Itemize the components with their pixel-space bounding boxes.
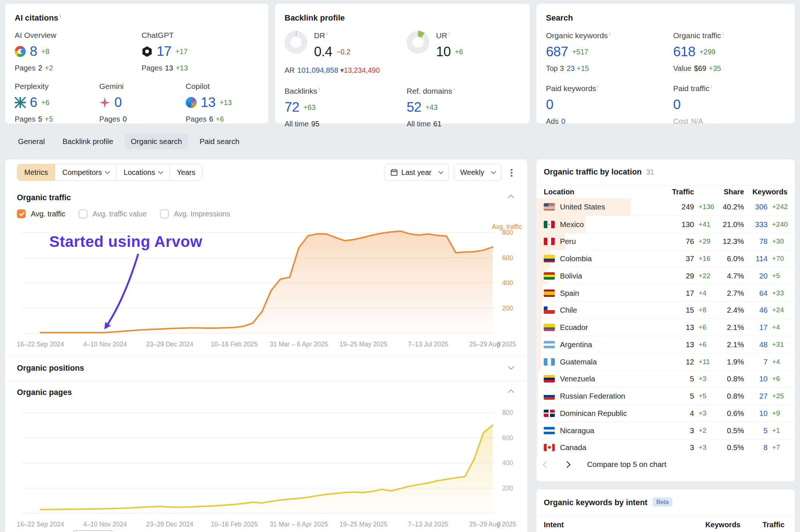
svg-text:4–10 Nov 2024: 4–10 Nov 2024 xyxy=(83,521,127,528)
svg-text:31 Mar – 6 Apr 2025: 31 Mar – 6 Apr 2025 xyxy=(270,521,328,528)
intent-panel-title: Organic keywords by intentBeta xyxy=(544,497,672,507)
traffic-value: 37 xyxy=(663,254,694,263)
traffic-value: 249 xyxy=(663,202,694,211)
svg-text:4–10 Nov 2024: 4–10 Nov 2024 xyxy=(83,341,127,348)
svg-text:25–29 Aug 2025: 25–29 Aug 2025 xyxy=(469,341,516,348)
traffic-delta: +11 xyxy=(694,358,716,366)
tab-organic-search[interactable]: Organic search xyxy=(125,134,188,149)
svg-text:23–29 Dec 2024: 23–29 Dec 2024 xyxy=(146,521,193,528)
info-icon xyxy=(452,87,455,95)
keywords-value[interactable]: 20 xyxy=(744,272,768,280)
years-segment[interactable]: Years xyxy=(170,164,202,180)
ai-citation-metric: Gemini 0 Pages0 xyxy=(99,82,186,123)
keywords-value[interactable]: 46 xyxy=(744,306,768,314)
peru-flag-icon xyxy=(544,238,555,245)
granularity-button[interactable]: Weekly xyxy=(454,164,501,181)
location-row[interactable]: Venezuela 5 +3 0.8% 10 +6 xyxy=(536,370,795,388)
location-row[interactable]: Guatemala 12 +11 1.9% 7 +4 xyxy=(536,353,795,370)
chevron-down-icon xyxy=(438,169,443,174)
next-page-icon[interactable] xyxy=(564,461,570,468)
location-row[interactable]: Canada 3 +3 0.5% 8 +7 xyxy=(536,439,795,456)
partially-visible-button[interactable] xyxy=(73,530,113,532)
keywords-value[interactable]: 78 xyxy=(744,237,768,246)
keywords-delta: +9 xyxy=(768,409,788,417)
view-segmented-control: Metrics Competitors Locations Years xyxy=(17,164,203,181)
locations-table-header: Location Traffic Share Keywords xyxy=(536,185,795,198)
location-row[interactable]: Dominican Republic 4 +3 0.6% 10 +9 xyxy=(536,405,795,422)
location-row[interactable]: Ecuador 13 +6 2.1% 17 +4 xyxy=(536,319,795,336)
tab-general[interactable]: General xyxy=(12,134,51,149)
share-value: 0.8% xyxy=(716,374,744,383)
keywords-value[interactable]: 27 xyxy=(744,392,768,400)
metrics-segment[interactable]: Metrics xyxy=(17,164,55,180)
keywords-delta: +242 xyxy=(768,203,788,211)
traffic-value: 130 xyxy=(663,220,694,229)
keywords-value[interactable]: 48 xyxy=(744,340,768,349)
organic-pages-chart[interactable]: 200400600800016–22 Sep 20244–10 Nov 2024… xyxy=(17,402,524,531)
keywords-value[interactable]: 114 xyxy=(744,254,768,263)
copilot-icon xyxy=(186,97,197,108)
location-row[interactable]: Chile 15 +8 2.4% 46 +24 xyxy=(536,302,795,319)
locations-panel-title: Organic traffic by location31 xyxy=(544,168,654,177)
tab-paid-search[interactable]: Paid search xyxy=(193,134,246,149)
metric-value: 13 xyxy=(201,95,215,110)
location-row[interactable]: Argentina 13 +6 2.1% 48 +31 xyxy=(536,336,795,353)
ar-value[interactable]: 101,094,858 xyxy=(297,66,338,74)
location-row[interactable]: Russian Federation 5 +5 0.8% 27 +25 xyxy=(536,387,795,405)
organic-keywords-by-intent-panel: Organic keywords by intentBeta Intent Ke… xyxy=(536,489,795,532)
keywords-value[interactable]: 64 xyxy=(744,289,768,298)
previous-page-icon[interactable] xyxy=(543,461,549,468)
ref-domains-value[interactable]: 52 xyxy=(407,100,421,115)
collapse-section-icon[interactable] xyxy=(508,195,514,201)
kebab-menu-icon[interactable] xyxy=(507,168,516,177)
locations-segment[interactable]: Locations xyxy=(117,164,170,180)
expand-section-icon[interactable] xyxy=(508,364,514,370)
series-toggles: Avg. traffic Avg. traffic value Avg. Imp… xyxy=(17,209,230,218)
svg-text:7–13 Jul 2025: 7–13 Jul 2025 xyxy=(408,341,448,348)
keywords-value[interactable]: 7 xyxy=(744,357,768,366)
metric-delta: +6 xyxy=(41,98,49,107)
ai-citations-grid: AI Overview 8 +8 Pages2+2 ChatGPT 17 +17 xyxy=(15,31,259,133)
organic-positions-section-title: Organic positions xyxy=(17,364,84,373)
ai-citation-metric: Perplexity 6 +6 Pages5+5 xyxy=(15,82,99,123)
tab-backlink-profile[interactable]: Backlink profile xyxy=(56,134,119,149)
ai-citation-metric: Copilot 13 +13 Pages6+6 xyxy=(186,82,248,123)
chevron-down-icon xyxy=(491,169,496,174)
keywords-value[interactable]: 8 xyxy=(744,443,768,452)
date-range-button[interactable]: Last year xyxy=(384,164,449,181)
perplexity-icon xyxy=(15,97,26,108)
traffic-value: 17 xyxy=(663,289,694,298)
keywords-value[interactable]: 333 xyxy=(744,220,768,229)
organic-traffic-value[interactable]: 618 xyxy=(673,44,695,60)
keywords-value[interactable]: 10 xyxy=(744,374,768,383)
competitors-segment[interactable]: Competitors xyxy=(55,164,117,180)
keywords-value[interactable]: 17 xyxy=(744,323,768,332)
svg-text:25–29 Aug 2025: 25–29 Aug 2025 xyxy=(469,521,516,528)
avg-traffic-value-checkbox[interactable]: Avg. traffic value xyxy=(79,209,147,218)
svg-text:600: 600 xyxy=(502,254,513,262)
traffic-value: 12 xyxy=(663,357,694,366)
location-row[interactable]: Mexico 130 +41 21.0% 333 +240 xyxy=(536,216,795,233)
share-value: 40.2% xyxy=(716,202,744,211)
backlinks-value[interactable]: 72 xyxy=(285,100,299,115)
location-row[interactable]: Colombia 37 +16 6.0% 114 +70 xyxy=(536,250,795,267)
locations-pagination: Compare top 5 on chart xyxy=(544,460,666,469)
collapse-section-icon[interactable] xyxy=(508,389,514,396)
compare-top5-link[interactable]: Compare top 5 on chart xyxy=(587,460,666,469)
avg-traffic-checkbox[interactable]: Avg. traffic xyxy=(17,209,65,218)
keywords-delta: +7 xyxy=(768,443,788,452)
location-row[interactable]: Peru 76 +29 12.3% 78 +30 xyxy=(536,233,795,250)
share-value: 21.0% xyxy=(716,220,744,229)
location-row[interactable]: Spain 17 +4 2.7% 64 +33 xyxy=(536,284,795,302)
keywords-value[interactable]: 306 xyxy=(744,202,768,211)
chevron-down-icon xyxy=(158,169,163,174)
keywords-value[interactable]: 5 xyxy=(744,426,768,435)
avg-impressions-checkbox[interactable]: Avg. Impressions xyxy=(160,209,230,218)
share-bar xyxy=(536,319,541,336)
location-row[interactable]: Nicaragua 3 +2 0.5% 5 +1 xyxy=(536,422,795,439)
location-row[interactable]: Bolivia 29 +22 4.7% 20 +5 xyxy=(536,267,795,284)
backlink-profile-card: Backlink profile DR 0.4−0.2 AR101,094,85… xyxy=(275,4,530,123)
location-row[interactable]: United States 249 +136 40.2% 306 +242 xyxy=(536,198,795,216)
organic-keywords-value[interactable]: 687 xyxy=(546,44,568,60)
keywords-value[interactable]: 10 xyxy=(744,409,768,418)
